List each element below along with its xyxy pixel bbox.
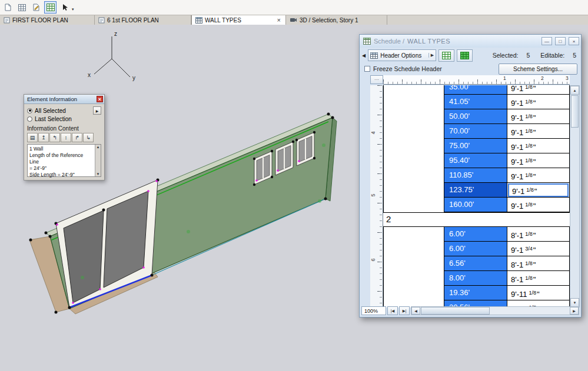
height-cell[interactable]: 9'-11/8" [507, 109, 570, 124]
info-corner2-icon[interactable]: ↱ [72, 133, 82, 142]
scheme-settings-button[interactable]: Scheme Settings... [499, 63, 577, 75]
schedule-row[interactable]: 123.75'9'-11/8" [383, 183, 570, 198]
flyout-button[interactable]: ▶ [93, 106, 101, 115]
tab-close-icon[interactable]: × [276, 17, 282, 23]
length-cell[interactable]: 8.00' [444, 271, 507, 286]
name-cell[interactable] [383, 271, 444, 286]
info-branch-icon[interactable]: ↳ [83, 133, 94, 142]
height-cell[interactable]: 9'-11/8" [507, 95, 570, 109]
tab-first-floor-plan[interactable]: FIRST FLOOR PLAN [0, 15, 95, 25]
name-cell[interactable] [383, 286, 444, 300]
cursor-icon[interactable] [58, 1, 71, 14]
document-icon[interactable] [2, 1, 14, 14]
info-vertical-icon[interactable]: ↕ [61, 133, 71, 142]
height-cell[interactable]: 9'-11/8" [507, 153, 570, 168]
header-options-dropdown[interactable]: Header Options ▶ [368, 49, 436, 61]
schedule-row[interactable]: 6.56'8'-11/8" [383, 256, 570, 271]
minimize-icon[interactable]: — [542, 37, 552, 45]
collapse-panel-icon[interactable]: ◀ [362, 53, 366, 58]
schedule-row[interactable]: 6.00'9'-13/4" [383, 242, 570, 256]
grid-tool-icon[interactable] [16, 1, 28, 14]
edit-plan-icon[interactable] [30, 1, 42, 14]
close-icon[interactable]: × [97, 96, 103, 102]
name-cell[interactable] [383, 183, 444, 198]
active-tool-icon[interactable] [44, 1, 57, 14]
tab-6-1st-floor-plan[interactable]: 6 1st FLOOR PLAN [95, 15, 191, 25]
scroll-up-icon[interactable]: ▲ [570, 86, 579, 95]
name-cell[interactable] [383, 227, 444, 242]
dropdown-caret-icon[interactable]: ▾ [72, 7, 74, 12]
name-cell[interactable] [383, 124, 444, 139]
scroll-down-icon[interactable]: ▼ [570, 298, 579, 307]
length-cell[interactable]: 75.00' [444, 139, 507, 153]
radio-all-selected[interactable]: All Selected ▶ [27, 106, 101, 115]
schedule-row[interactable]: 110.85'9'-11/8" [383, 168, 570, 183]
length-cell[interactable]: 123.75' [444, 183, 507, 198]
info-scrollbar[interactable]: ▲ ▼ [95, 145, 101, 176]
scroll-right-icon[interactable]: ▶ [570, 307, 579, 315]
freeze-header-checkbox[interactable] [364, 66, 370, 72]
name-cell[interactable] [383, 168, 444, 183]
name-cell[interactable] [383, 198, 444, 212]
name-cell[interactable] [383, 109, 444, 124]
info-listbox[interactable]: 1 Wall Length of the Reference Line = 24… [27, 144, 101, 177]
schedule-row[interactable]: 41.05'9'-11/8" [383, 95, 570, 109]
page-left-button[interactable]: |◀ [387, 306, 398, 315]
window-close-icon[interactable]: × [569, 37, 579, 45]
schedule-row[interactable]: 8.00'8'-11/8" [383, 271, 570, 286]
name-cell[interactable] [383, 256, 444, 271]
tab-3d-selection[interactable]: 3D / Selection, Story 1 [286, 15, 387, 25]
height-cell[interactable]: 9'-13/4" [507, 242, 570, 256]
scroll-up-icon[interactable]: ▲ [97, 145, 100, 149]
radio-last-selection[interactable]: Last Selection [27, 115, 101, 123]
scroll-thumb[interactable] [421, 307, 490, 315]
name-cell[interactable] [383, 139, 444, 153]
height-cell[interactable]: 9'-11/8" [507, 85, 570, 95]
schedule-titlebar[interactable]: Schedule / WALL TYPES — □ × [360, 35, 581, 48]
schedule-row[interactable]: 50.00'9'-11/8" [383, 109, 570, 124]
length-cell[interactable]: 160.00' [444, 198, 507, 212]
height-cell[interactable]: 8'-11/8" [507, 256, 570, 271]
length-cell[interactable]: 6.00' [444, 227, 507, 242]
green-grid-filled-button[interactable] [457, 49, 473, 62]
height-cell[interactable]: 9'-11/8" [507, 198, 570, 212]
scroll-thumb[interactable] [571, 95, 579, 128]
name-cell[interactable] [383, 242, 444, 256]
name-cell[interactable] [383, 153, 444, 168]
palette-titlebar[interactable]: Element Information × [24, 95, 104, 104]
schedule-row[interactable]: 6.00'8'-11/8" [383, 227, 570, 242]
scroll-left-icon[interactable]: ◀ [411, 307, 420, 315]
length-cell[interactable]: 50.00' [444, 109, 507, 124]
length-cell[interactable]: 19.36' [444, 286, 507, 300]
length-cell[interactable]: 110.85' [444, 168, 507, 183]
schedule-group-row[interactable]: 2 [383, 212, 570, 227]
schedule-row[interactable]: 95.40'9'-11/8" [383, 153, 570, 168]
name-cell[interactable] [383, 95, 444, 109]
length-cell[interactable]: 70.00' [444, 124, 507, 139]
height-cell[interactable]: 9'-11/8" [507, 124, 570, 139]
green-grid-outline-button[interactable] [438, 49, 454, 62]
schedule-table[interactable]: 35.00'9'-11/8"41.05'9'-11/8"50.00'9'-11/… [383, 85, 570, 308]
door-unit[interactable] [56, 180, 158, 308]
height-cell[interactable]: 9'-11/8" [507, 139, 570, 153]
info-general-icon[interactable]: ▤ [27, 133, 38, 142]
length-cell[interactable]: 6.00' [444, 242, 507, 256]
height-cell[interactable]: 8'-11/8" [507, 271, 570, 286]
info-top-icon[interactable]: ↥ [38, 133, 49, 142]
length-cell[interactable]: 35.00' [444, 85, 507, 95]
tab-wall-types[interactable]: WALL TYPES × [191, 15, 286, 25]
schedule-row[interactable]: 160.00'9'-11/8" [383, 198, 570, 212]
height-cell[interactable]: 8'-11/8" [507, 227, 570, 242]
maximize-icon[interactable]: □ [555, 37, 566, 45]
inline-edit-field[interactable]: 9'-11/8" [508, 183, 569, 197]
scroll-down-icon[interactable]: ▼ [97, 172, 100, 176]
schedule-row[interactable]: 75.00'9'-11/8" [383, 139, 570, 153]
vertical-scrollbar[interactable]: ▲ ▼ [570, 85, 580, 308]
info-corner1-icon[interactable]: ↰ [49, 133, 60, 142]
schedule-row[interactable]: 35.00'9'-11/8" [383, 85, 570, 95]
height-cell[interactable]: 9'-11/8" [507, 168, 570, 183]
schedule-row[interactable]: 70.00'9'-11/8" [383, 124, 570, 139]
name-cell[interactable] [383, 85, 444, 95]
zoom-combo[interactable]: 100% [361, 306, 386, 315]
length-cell[interactable]: 41.05' [444, 95, 507, 109]
